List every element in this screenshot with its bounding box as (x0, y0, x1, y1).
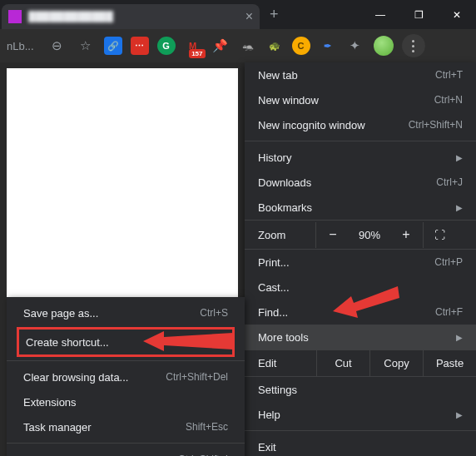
menu-new-tab[interactable]: New tabCtrl+T (245, 62, 476, 87)
submenu-extensions[interactable]: Extensions (7, 389, 245, 414)
highlight-annotation: Create shortcut... (17, 327, 235, 357)
submenu-task-manager[interactable]: Task managerShift+Esc (7, 414, 245, 439)
extensions-puzzle-icon[interactable]: ✦ (345, 36, 365, 56)
extension-icon-grammarly[interactable]: G (157, 37, 176, 55)
cut-button[interactable]: Cut (316, 350, 369, 376)
menu-new-incognito[interactable]: New incognito windowCtrl+Shift+N (245, 112, 476, 137)
extension-icon-c[interactable]: C (292, 37, 310, 55)
browser-tab[interactable]: ████████████ × (2, 4, 260, 29)
page-content (7, 68, 238, 297)
submenu-clear-data[interactable]: Clear browsing data...Ctrl+Shift+Del (7, 364, 245, 389)
extension-icon-pen[interactable]: ✒ (319, 37, 337, 55)
tab-title: ████████████ (28, 11, 245, 22)
edit-label: Edit (245, 350, 316, 376)
paste-button[interactable]: Paste (423, 350, 476, 376)
maximize-button[interactable]: ❐ (399, 2, 438, 27)
zoom-icon[interactable]: ⊖ (47, 36, 67, 56)
menu-more-tools[interactable]: More tools▶ (245, 325, 476, 349)
submenu-save-page[interactable]: Save page as...Ctrl+S (7, 300, 245, 325)
zoom-value: 90% (350, 229, 389, 241)
new-tab-button[interactable]: + (260, 6, 289, 23)
menu-exit[interactable]: Exit (245, 434, 476, 456)
menu-downloads[interactable]: DownloadsCtrl+J (245, 170, 476, 195)
chevron-right-icon: ▶ (456, 153, 463, 162)
menu-separator (245, 141, 476, 141)
submenu-create-shortcut[interactable]: Create shortcut... (19, 330, 232, 354)
close-tab-icon[interactable]: × (245, 9, 253, 24)
address-fragment: nLb... (7, 40, 39, 52)
menu-settings[interactable]: Settings (245, 377, 476, 402)
title-bar: ████████████ × + — ❐ ✕ (0, 0, 476, 29)
favicon (8, 10, 22, 23)
menu-print[interactable]: Print...Ctrl+P (245, 250, 476, 275)
chrome-menu: New tabCtrl+T New windowCtrl+N New incog… (245, 62, 476, 456)
extension-icon-green[interactable]: 🐢 (265, 37, 284, 55)
menu-cast[interactable]: Cast... (245, 275, 476, 300)
submenu-developer-tools[interactable]: Developer toolsCtrl+Shift+I (7, 447, 245, 456)
extension-icon-red[interactable]: ⋯ (131, 37, 149, 55)
badge: 157 (189, 49, 205, 58)
menu-separator (7, 360, 245, 361)
menu-edit-row: Edit Cut Copy Paste (245, 349, 476, 377)
chevron-right-icon: ▶ (456, 203, 463, 212)
menu-find[interactable]: Find...Ctrl+F (245, 300, 476, 325)
minimize-button[interactable]: — (361, 2, 399, 27)
zoom-label: Zoom (245, 222, 316, 248)
toolbar: nLb... ⊖ ☆ 🔗 ⋯ G M157 📌 🦡 🐢 C ✒ ✦ (0, 29, 476, 62)
chevron-right-icon: ▶ (456, 410, 463, 419)
menu-help[interactable]: Help▶ (245, 402, 476, 427)
profile-avatar[interactable] (374, 36, 394, 56)
pin-icon[interactable]: 📌 (211, 36, 231, 56)
bookmark-star-icon[interactable]: ☆ (76, 36, 96, 56)
more-tools-submenu: Save page as...Ctrl+S Create shortcut...… (7, 297, 245, 456)
window-controls: — ❐ ✕ (361, 2, 476, 27)
copy-button[interactable]: Copy (369, 350, 423, 376)
extension-icon-mail[interactable]: M157 (184, 37, 202, 55)
menu-history[interactable]: History▶ (245, 145, 476, 170)
menu-bookmarks[interactable]: Bookmarks▶ (245, 195, 476, 220)
zoom-in-button[interactable]: + (389, 221, 423, 249)
chevron-right-icon: ▶ (456, 333, 463, 342)
extension-icon-link[interactable]: 🔗 (104, 37, 122, 55)
close-window-button[interactable]: ✕ (438, 2, 476, 27)
menu-separator (7, 443, 245, 444)
kebab-menu-button[interactable] (402, 34, 425, 57)
fullscreen-button[interactable]: ⛶ (423, 222, 456, 248)
zoom-out-button[interactable]: − (316, 221, 350, 249)
extension-icon-badger[interactable]: 🦡 (239, 37, 257, 55)
menu-zoom-row: Zoom − 90% + ⛶ (245, 220, 476, 250)
menu-new-window[interactable]: New windowCtrl+N (245, 87, 476, 112)
menu-separator (245, 430, 476, 431)
